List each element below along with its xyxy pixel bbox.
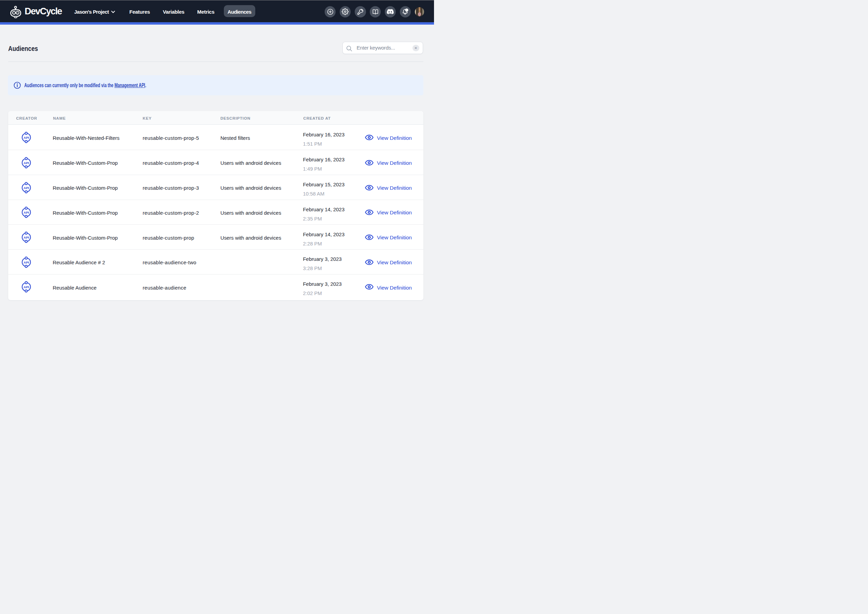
svg-text:API: API — [23, 136, 29, 140]
svg-text:API: API — [23, 236, 29, 239]
svg-text:API: API — [23, 186, 29, 190]
svg-text:API: API — [23, 161, 29, 165]
svg-text:API: API — [23, 260, 29, 264]
svg-text:API: API — [23, 285, 29, 289]
svg-text:API: API — [23, 211, 29, 215]
